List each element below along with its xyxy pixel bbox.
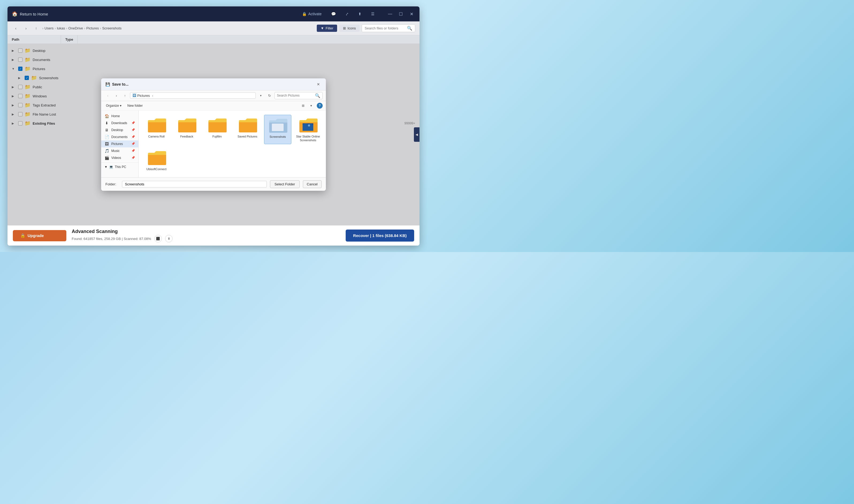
dialog-files-grid: Camera Roll Feedback [139,110,326,178]
folder-item-star-stable[interactable]: Star Stable Online Screenshots [294,115,322,144]
folder-svg [147,117,166,133]
pin-icon: 📌 [131,128,135,132]
dialog-title: 💾 Save to... [105,82,128,86]
column-headers: Path Type [7,35,419,44]
dialog-back-button[interactable]: ‹ [104,92,111,99]
scan-title: Advanced Scanning [72,229,340,234]
folder-label-screenshots: Screenshots [269,135,286,139]
folder-item-ubisoft[interactable]: UbisoftConnect [143,147,170,173]
cancel-button[interactable]: Cancel [303,180,322,188]
stop-button[interactable]: ⬛ [155,235,162,242]
breadcrumb-lukas[interactable]: lukas [57,26,65,30]
sidebar-item-documents[interactable]: 📄 Documents 📌 [101,133,138,141]
dialog-up-button[interactable]: ↑ [122,92,128,99]
breadcrumb-arrow: › [152,94,153,98]
dialog-body: 🏠 Home ⬇ Downloads 📌 🖥 Desktop 📌 [101,110,326,178]
pause-button[interactable]: ⏸ [165,235,172,242]
sidebar-item-videos[interactable]: 🎬 Videos 📌 [101,154,138,161]
lock-icon: 🔒 [302,12,307,16]
hamburger-icon: ☰ [371,12,375,16]
folder-item-saved-pictures[interactable]: Saved Pictures [234,115,261,144]
breadcrumb-onedrive[interactable]: OneDrive [68,26,83,30]
dialog-refresh-button[interactable]: ↻ [266,92,273,99]
breadcrumb-pictures[interactable]: Pictures [86,26,99,30]
grid-icon: ⊞ [343,26,346,30]
sidebar-label-documents: Documents [111,135,128,139]
svg-point-2 [308,124,310,127]
folder-label-fujifilm: Fujifilm [213,134,222,138]
folder-thumb-fujifilm [207,117,226,133]
select-folder-button[interactable]: Select Folder [270,180,299,188]
sidebar-label-music: Music [111,149,120,153]
this-pc-section: ▼ 💻 This PC [101,162,138,170]
scan-info: Advanced Scanning Found: 641857 files, 2… [72,229,340,242]
app-title: Return to Home [20,12,48,16]
help-button[interactable]: ? [317,103,323,109]
view-dropdown-button[interactable]: ▾ [308,102,315,109]
sidebar-item-home[interactable]: 🏠 Home [101,113,138,120]
music-icon: 🎵 [104,149,109,153]
breadcrumb-users[interactable]: Users [44,26,54,30]
icons-button[interactable]: ⊞ Icons [339,24,360,32]
folder-svg [177,117,196,133]
folder-svg [238,117,257,133]
upgrade-button[interactable]: 🔒 Upgrade [13,230,66,241]
activate-button[interactable]: 🔒 Activate [300,11,324,17]
menu-button[interactable]: ☰ [369,11,377,17]
folder-label-feedback: Feedback [180,134,193,138]
folder-name-input[interactable] [122,181,267,187]
folder-thumb-screenshots [268,117,287,133]
sidebar-item-music[interactable]: 🎵 Music 📌 [101,147,138,154]
expand-icon: ▼ [104,165,108,169]
videos-icon: 🎬 [104,156,109,160]
dialog-forward-button[interactable]: › [113,92,120,99]
sidebar-label-videos: Videos [111,156,121,160]
this-pc-expand[interactable]: ▼ 💻 This PC [101,164,138,170]
dialog-title-icon: 💾 [105,82,110,86]
scan-details: Found: 641857 files, 258.29 GB | Scanned… [72,235,340,242]
folder-item-fujifilm[interactable]: Fujifilm [204,115,231,144]
sidebar-item-desktop[interactable]: 🖥 Desktop 📌 [101,127,138,133]
dialog-close-button[interactable]: ✕ [315,81,322,88]
pin-icon: 📌 [131,135,135,139]
dialog-search-input[interactable] [277,94,313,97]
dialog-organize-bar: Organize ▾ New folder ⊞ ▾ ? [101,101,326,110]
breadcrumb: › Users › lukas › OneDrive › Pictures › … [42,26,122,30]
this-pc-label: This PC [115,165,126,169]
close-button[interactable]: ✕ [408,10,415,18]
view-toggle-button[interactable]: ⊞ [299,102,307,109]
view-controls: ⊞ ▾ ? [299,102,323,109]
breadcrumb-screenshots[interactable]: Screenshots [102,26,122,30]
sidebar-item-downloads[interactable]: ⬇ Downloads 📌 [101,120,138,127]
up-button[interactable]: ↑ [32,24,40,32]
share-icon: ⤤ [345,12,349,16]
sidebar-item-pictures[interactable]: 🖼 Pictures 📌 [101,141,138,147]
folder-label-ubisoft: UbisoftConnect [146,167,166,171]
minimize-button[interactable]: — [386,10,394,18]
chat-button[interactable]: 💬 [329,11,338,17]
filter-button[interactable]: ▼ Filter [317,24,337,32]
folder-item-screenshots[interactable]: Screenshots [264,115,291,144]
folder-svg [207,117,226,133]
folder-thumb-feedback [177,117,196,133]
pin-icon: 📌 [131,149,135,152]
toolbar: ‹ › ↑ › Users › lukas › OneDrive › Pictu… [7,21,419,35]
dialog-search-icon: 🔍 [315,93,320,98]
folder-item-feedback[interactable]: Feedback [173,115,200,144]
maximize-button[interactable]: ☐ [397,10,404,18]
folder-thumb-star-stable [298,117,317,133]
main-content: ▶ 📁 Desktop ▶ 📁 Documents ▼ ✓ 📁 Pictures [7,44,419,225]
dialog-dropdown-button[interactable]: ▾ [257,92,264,99]
folder-label-camera-roll: Camera Roll [148,134,165,138]
back-button[interactable]: ‹ [12,24,20,32]
forward-button[interactable]: › [22,24,30,32]
save-button[interactable]: ⬆ [356,11,364,17]
dialog-breadcrumb: 🖼 Pictures › [130,92,256,99]
folder-item-camera-roll[interactable]: Camera Roll [143,115,170,144]
recover-button[interactable]: Recover | 1 files (638.84 KB) [346,230,414,241]
app-window: 🏠 Return to Home 🔒 Activate 💬 ⤤ ⬆ ☰ — ☐ [7,6,419,246]
organize-button[interactable]: Organize ▾ [104,103,123,108]
search-input[interactable] [365,26,405,30]
share-button[interactable]: ⤤ [343,11,351,17]
new-folder-button[interactable]: New folder [125,103,145,108]
